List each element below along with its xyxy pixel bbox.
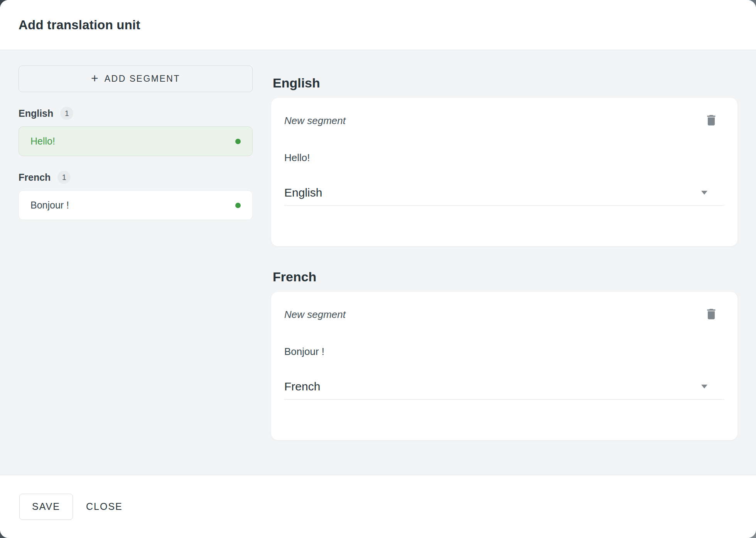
segment-chip-text: Hello! xyxy=(30,136,55,147)
trash-icon xyxy=(704,316,718,322)
segment-chip-text: Bonjour ! xyxy=(30,200,69,211)
language-select-value: French xyxy=(284,380,320,393)
language-select-french[interactable]: French xyxy=(284,380,724,400)
close-button[interactable]: CLOSE xyxy=(86,501,123,512)
editor-card-french: New segment Bonjour ! French xyxy=(271,292,737,440)
segment-chip-english[interactable]: Hello! xyxy=(19,126,253,156)
dialog-header: Add translation unit xyxy=(0,0,756,50)
chevron-down-icon xyxy=(701,191,707,195)
segment-count-badge: 1 xyxy=(60,107,73,120)
chevron-down-icon xyxy=(701,385,707,388)
language-label: English xyxy=(19,108,53,119)
segment-text-input[interactable]: Hello! xyxy=(284,152,724,164)
language-select-english[interactable]: English xyxy=(284,186,724,206)
page-title: Add translation unit xyxy=(19,18,140,32)
add-translation-unit-dialog: Add translation unit + ADD SEGMENT Engli… xyxy=(0,0,756,538)
segment-chip-french[interactable]: Bonjour ! xyxy=(19,190,253,220)
card-top-row: New segment xyxy=(284,307,724,322)
language-label: French xyxy=(19,172,51,183)
delete-segment-button[interactable] xyxy=(704,113,719,128)
add-segment-button[interactable]: + ADD SEGMENT xyxy=(19,66,253,92)
editor-card-english: New segment Hello! English xyxy=(271,98,737,246)
language-select-value: English xyxy=(284,186,322,199)
segment-count-badge: 1 xyxy=(57,171,71,184)
segment-editors: English New segment Hello! English Frenc… xyxy=(271,66,737,475)
delete-segment-button[interactable] xyxy=(704,306,719,322)
save-button[interactable]: SAVE xyxy=(19,494,73,520)
sidebar-language-french: French 1 xyxy=(19,171,252,184)
editor-heading-french: French xyxy=(273,269,737,284)
segments-sidebar: + ADD SEGMENT English 1 Hello! French 1 … xyxy=(19,66,253,475)
card-top-row: New segment xyxy=(284,113,724,128)
dialog-footer: SAVE CLOSE xyxy=(0,475,756,538)
add-segment-label: ADD SEGMENT xyxy=(105,74,180,84)
editor-heading-english: English xyxy=(273,76,737,91)
new-segment-label: New segment xyxy=(284,113,346,127)
trash-icon xyxy=(704,123,718,128)
plus-icon: + xyxy=(91,72,98,84)
segment-text-input[interactable]: Bonjour ! xyxy=(284,346,724,358)
new-segment-label: New segment xyxy=(284,307,346,321)
segment-status-dot xyxy=(235,139,241,144)
segment-status-dot xyxy=(235,203,241,208)
dialog-content: + ADD SEGMENT English 1 Hello! French 1 … xyxy=(0,50,756,475)
sidebar-language-english: English 1 xyxy=(19,107,252,120)
